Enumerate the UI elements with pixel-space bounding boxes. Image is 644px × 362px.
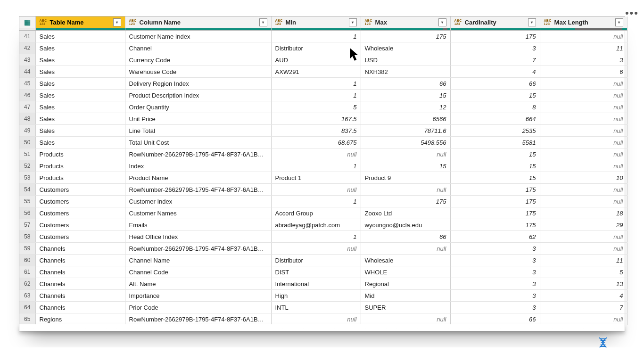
row-number[interactable]: 59 bbox=[19, 243, 35, 255]
cell-max-length[interactable]: null bbox=[540, 196, 627, 207]
cell-table-name[interactable]: Sales bbox=[35, 113, 125, 125]
row-number[interactable]: 42 bbox=[19, 42, 35, 54]
cell-max-length[interactable]: null bbox=[540, 78, 627, 90]
cell-max-length[interactable]: null bbox=[540, 125, 627, 137]
cell-min[interactable]: Product 1 bbox=[271, 172, 361, 184]
cell-min[interactable]: null bbox=[271, 184, 361, 196]
cell-cardinality[interactable]: 3 bbox=[450, 255, 540, 266]
cell-max-length[interactable]: null bbox=[540, 160, 627, 172]
cell-cardinality[interactable]: 3 bbox=[450, 290, 540, 302]
row-number[interactable]: 63 bbox=[19, 290, 35, 302]
cell-max[interactable]: 6566 bbox=[361, 113, 450, 125]
cell-table-name[interactable]: Sales bbox=[35, 101, 125, 113]
column-header-max-length[interactable]: ABC123Max Length▾ bbox=[540, 16, 627, 28]
chevron-down-icon[interactable]: ▾ bbox=[615, 18, 623, 26]
cell-column-name[interactable]: RowNumber-2662979B-1795-4F74-8F37-6A1BA8… bbox=[125, 313, 271, 325]
cell-min[interactable]: null bbox=[271, 148, 361, 160]
column-header-cardinality[interactable]: ABC123Cardinality▾ bbox=[450, 16, 540, 28]
cell-max-length[interactable]: null bbox=[540, 184, 627, 196]
cell-table-name[interactable]: Channels bbox=[35, 255, 125, 266]
cell-max[interactable]: USD bbox=[361, 54, 450, 66]
cell-column-name[interactable]: Unit Price bbox=[125, 113, 271, 125]
cell-column-name[interactable]: RowNumber-2662979B-1795-4F74-8F37-6A1BA8… bbox=[125, 148, 271, 160]
cell-min[interactable]: INTL bbox=[271, 302, 361, 313]
cell-max[interactable]: Product 9 bbox=[361, 172, 450, 184]
cell-max[interactable]: 66 bbox=[361, 78, 450, 90]
cell-max-length[interactable]: null bbox=[540, 101, 627, 113]
cell-table-name[interactable]: Sales bbox=[35, 90, 125, 101]
cell-cardinality[interactable]: 3 bbox=[450, 302, 540, 313]
cell-table-name[interactable]: Products bbox=[35, 160, 125, 172]
cell-max-length[interactable]: 3 bbox=[540, 54, 627, 66]
cell-cardinality[interactable]: 15 bbox=[450, 160, 540, 172]
cell-max[interactable]: null bbox=[361, 243, 450, 255]
cell-min[interactable]: Distributor bbox=[271, 255, 361, 266]
cell-max[interactable]: Zooxo Ltd bbox=[361, 207, 450, 219]
subscribe-badge[interactable]: SUBSCRIBE bbox=[588, 336, 618, 347]
cell-min[interactable]: 1 bbox=[271, 231, 361, 243]
more-menu-icon[interactable]: ••• bbox=[625, 7, 639, 19]
cell-table-name[interactable]: Customers bbox=[35, 231, 125, 243]
cell-cardinality[interactable]: 664 bbox=[450, 113, 540, 125]
column-header-max[interactable]: ABC123Max▾ bbox=[361, 16, 450, 28]
cell-column-name[interactable]: Product Name bbox=[125, 172, 271, 184]
cell-column-name[interactable]: Channel Code bbox=[125, 266, 271, 278]
cell-max-length[interactable]: null bbox=[540, 137, 627, 148]
cell-column-name[interactable]: Channel Name bbox=[125, 255, 271, 266]
cell-column-name[interactable]: Importance bbox=[125, 290, 271, 302]
cell-column-name[interactable]: Currency Code bbox=[125, 54, 271, 66]
cell-column-name[interactable]: Customer Index bbox=[125, 196, 271, 207]
cell-cardinality[interactable]: 175 bbox=[450, 219, 540, 231]
cell-table-name[interactable]: Regions bbox=[35, 313, 125, 325]
cell-cardinality[interactable]: 4 bbox=[450, 66, 540, 78]
row-number[interactable]: 57 bbox=[19, 219, 35, 231]
cell-table-name[interactable]: Sales bbox=[35, 31, 125, 42]
cell-table-name[interactable]: Channels bbox=[35, 278, 125, 290]
chevron-down-icon[interactable]: ▾ bbox=[113, 18, 121, 26]
cell-min[interactable]: High bbox=[271, 290, 361, 302]
row-number[interactable]: 46 bbox=[19, 90, 35, 101]
cell-max[interactable]: WHOLE bbox=[361, 266, 450, 278]
cell-table-name[interactable]: Channels bbox=[35, 266, 125, 278]
row-number[interactable]: 62 bbox=[19, 278, 35, 290]
cell-max[interactable]: Regional bbox=[361, 278, 450, 290]
row-number[interactable]: 41 bbox=[19, 31, 35, 42]
row-number[interactable]: 54 bbox=[19, 184, 35, 196]
cell-min[interactable]: abradleyag@patch.com bbox=[271, 219, 361, 231]
cell-max[interactable]: 15 bbox=[361, 160, 450, 172]
cell-max-length[interactable]: null bbox=[540, 31, 627, 42]
cell-column-name[interactable]: Product Description Index bbox=[125, 90, 271, 101]
cell-column-name[interactable]: Warehouse Code bbox=[125, 66, 271, 78]
cell-cardinality[interactable]: 3 bbox=[450, 243, 540, 255]
row-number[interactable]: 56 bbox=[19, 207, 35, 219]
cell-column-name[interactable]: Emails bbox=[125, 219, 271, 231]
cell-max[interactable]: 66 bbox=[361, 231, 450, 243]
cell-max[interactable]: Wholesale bbox=[361, 42, 450, 54]
cell-table-name[interactable]: Customers bbox=[35, 207, 125, 219]
row-number[interactable]: 45 bbox=[19, 78, 35, 90]
cell-min[interactable]: International bbox=[271, 278, 361, 290]
column-header-column-name[interactable]: ABC123Column Name▾ bbox=[125, 16, 271, 28]
cell-table-name[interactable]: Sales bbox=[35, 66, 125, 78]
table-corner-icon[interactable]: ▦ bbox=[19, 16, 35, 28]
chevron-down-icon[interactable]: ▾ bbox=[438, 18, 446, 26]
cell-column-name[interactable]: Customer Name Index bbox=[125, 31, 271, 42]
cell-max[interactable]: null bbox=[361, 148, 450, 160]
cell-max-length[interactable]: 5 bbox=[540, 266, 627, 278]
cell-cardinality[interactable]: 175 bbox=[450, 31, 540, 42]
cell-column-name[interactable]: Index bbox=[125, 160, 271, 172]
cell-max-length[interactable]: 4 bbox=[540, 290, 627, 302]
row-number[interactable]: 51 bbox=[19, 148, 35, 160]
cell-table-name[interactable]: Channels bbox=[35, 290, 125, 302]
cell-cardinality[interactable]: 3 bbox=[450, 42, 540, 54]
cell-min[interactable]: 837.5 bbox=[271, 125, 361, 137]
cell-max-length[interactable]: 11 bbox=[540, 42, 627, 54]
cell-min[interactable]: 167.5 bbox=[271, 113, 361, 125]
cell-max-length[interactable]: null bbox=[540, 90, 627, 101]
cell-max[interactable]: 175 bbox=[361, 196, 450, 207]
cell-table-name[interactable]: Products bbox=[35, 148, 125, 160]
row-number[interactable]: 65 bbox=[19, 313, 35, 325]
cell-max-length[interactable]: 11 bbox=[540, 255, 627, 266]
cell-table-name[interactable]: Sales bbox=[35, 137, 125, 148]
cell-column-name[interactable]: Head Office Index bbox=[125, 231, 271, 243]
